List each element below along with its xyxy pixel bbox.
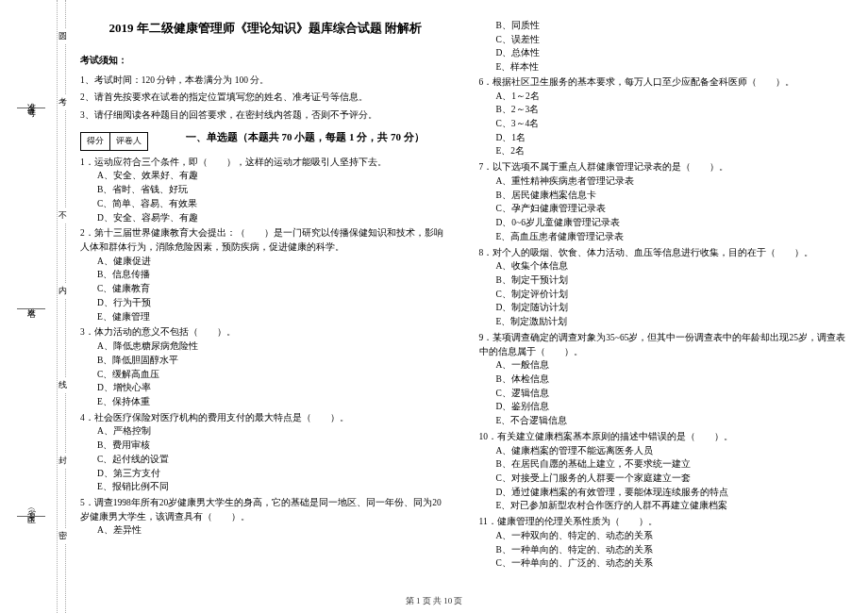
- option: B、费用审核: [80, 439, 451, 453]
- option: D、增快心率: [80, 381, 451, 395]
- option: D、第三方支付: [80, 467, 451, 481]
- option: E、高血压患者健康管理记录表: [479, 230, 850, 244]
- notice-item: 2、请首先按要求在试卷的指定位置填写您的姓名、准考证号等信息。: [80, 91, 451, 105]
- option: E、2名: [479, 144, 850, 158]
- option: A、收集个体信息: [479, 259, 850, 273]
- binding-labels: 准考证号 姓名 省（市区）: [8, 0, 55, 613]
- score-cell: 得分: [81, 133, 110, 150]
- option: D、鉴别信息: [479, 400, 850, 414]
- score-table: 得分 评卷人: [80, 132, 148, 151]
- option: C、起付线的设置: [80, 453, 451, 467]
- notice-heading: 考试须知：: [80, 53, 451, 68]
- section-heading: 一、单选题（本题共 70 小题，每题 1 分，共 70 分）: [159, 129, 451, 145]
- binding-label: 姓名: [25, 301, 38, 305]
- binding-dotted-line: [57, 0, 58, 613]
- option: B、制定干预计划: [479, 273, 850, 288]
- option: E、报销比例不同: [80, 480, 451, 494]
- option: A、一种双向的、特定的、动态的关系: [479, 529, 850, 543]
- option: B、同质性: [479, 19, 850, 33]
- option: D、通过健康档案的有效管理，要能体现连续服务的特点: [479, 486, 850, 500]
- option: A、健康档案的管理不能远离医务人员: [479, 444, 850, 458]
- option: B、信息传播: [80, 268, 451, 282]
- option: C、健康教育: [80, 282, 451, 296]
- option: A、差异性: [80, 523, 451, 538]
- option: D、制定随访计划: [479, 301, 850, 315]
- option: C、孕产妇健康管理记录表: [479, 202, 850, 216]
- option: C、误差性: [479, 33, 850, 47]
- question-7: 7．以下选项不属于重点人群健康管理记录表的是（ ）。 A、重性精神疾病患者管理记…: [479, 160, 850, 243]
- binding-field-name: 姓名: [17, 301, 45, 309]
- question-stem: 5．调查1998年所有20岁健康男大学生的身高，它的基础是同一地区、同一年份、同…: [80, 496, 451, 523]
- option: A、严格控制: [80, 424, 451, 439]
- seal-marker: 封: [58, 453, 67, 469]
- seal-marker: 线: [58, 377, 67, 393]
- exam-title: 2019 年二级健康管理师《理论知识》题库综合试题 附解析: [80, 19, 451, 38]
- option: A、健康促进: [80, 255, 451, 269]
- option: C、制定评价计划: [479, 288, 850, 302]
- option: D、0~6岁儿童健康管理记录表: [479, 216, 850, 230]
- question-stem: 11．健康管理的伦理关系性质为（ ）。: [479, 515, 850, 529]
- binding-field-province: 省（市区）: [17, 503, 45, 517]
- option: A、1～2名: [479, 90, 850, 104]
- binding-label: 省（市区）: [25, 503, 38, 512]
- option: C、缓解高血压: [80, 368, 451, 382]
- option: E、样本性: [479, 60, 850, 75]
- option: E、保持体重: [80, 395, 451, 409]
- option: B、体检信息: [479, 373, 850, 387]
- option: B、2～3名: [479, 103, 850, 117]
- question-stem: 6．根据社区卫生服务的基本要求，每万人口至少应配备全科医师（ ）。: [479, 75, 850, 90]
- question-5: 5．调查1998年所有20岁健康男大学生的身高，它的基础是同一地区、同一年份、同…: [80, 496, 451, 538]
- option: A、安全、效果好、有趣: [80, 169, 451, 183]
- binding-edge: 准考证号 姓名 省（市区）: [0, 0, 66, 613]
- seal-marker: 不: [58, 207, 67, 224]
- content-area: 2019 年二级健康管理师《理论知识》题库综合试题 附解析 考试须知： 1、考试…: [80, 19, 849, 585]
- question-6: 6．根据社区卫生服务的基本要求，每万人口至少应配备全科医师（ ）。 A、1～2名…: [479, 75, 850, 158]
- notice-item: 3、请仔细阅读各种题目的回答要求，在密封线内答题，否则不予评分。: [80, 108, 451, 123]
- option: C、简单、容易、有效果: [80, 197, 451, 211]
- option: D、安全、容易学、有趣: [80, 211, 451, 225]
- option: C、3～4名: [479, 117, 850, 131]
- notice-item: 1、考试时间：120 分钟，本卷满分为 100 分。: [80, 74, 451, 88]
- question-stem: 2．第十三届世界健康教育大会提出：（ ）是一门研究以传播保健知识和技术，影响人体…: [80, 226, 451, 254]
- seal-marker: 圆: [58, 28, 67, 44]
- option: A、一般信息: [479, 358, 850, 373]
- question-stem: 1．运动应符合三个条件，即（ ），这样的运动才能吸引人坚持下去。: [80, 156, 451, 170]
- option: C、逻辑信息: [479, 387, 850, 401]
- seal-marker: 内: [58, 283, 67, 299]
- question-stem: 9．某项调查确定的调查对象为35~65岁，但其中一份调查表中的年龄却出现25岁，…: [479, 331, 850, 358]
- page-footer: 第 1 页 共 10 页: [0, 595, 868, 607]
- question-1: 1．运动应符合三个条件，即（ ），这样的运动才能吸引人坚持下去。 A、安全、效果…: [80, 156, 451, 225]
- question-10: 10．有关建立健康档案基本原则的描述中错误的是（ ）。 A、健康档案的管理不能远…: [479, 430, 850, 513]
- question-stem: 10．有关建立健康档案基本原则的描述中错误的是（ ）。: [479, 430, 850, 444]
- question-stem: 8．对个人的吸烟、饮食、体力活动、血压等信息进行收集，目的在于（ ）。: [479, 246, 850, 260]
- option: C、对接受上门服务的人群要一个家庭建立一套: [479, 472, 850, 486]
- option: E、不合逻辑信息: [479, 414, 850, 428]
- question-stem: 7．以下选项不属于重点人群健康管理记录表的是（ ）。: [479, 160, 850, 174]
- option: A、降低患糖尿病危险性: [80, 340, 451, 354]
- binding-underline: [17, 516, 45, 517]
- binding-label: 准考证号: [25, 96, 38, 104]
- option: B、省时、省钱、好玩: [80, 183, 451, 197]
- question-9: 9．某项调查确定的调查对象为35~65岁，但其中一份调查表中的年龄却出现25岁，…: [479, 331, 850, 428]
- question-8: 8．对个人的吸烟、饮食、体力活动、血压等信息进行收集，目的在于（ ）。 A、收集…: [479, 246, 850, 329]
- option: A、重性精神疾病患者管理记录表: [479, 174, 850, 189]
- seal-marker: 考: [58, 94, 67, 110]
- option: B、一种单向的、特定的、动态的关系: [479, 543, 850, 557]
- option: E、健康管理: [80, 310, 451, 324]
- option: D、1名: [479, 131, 850, 145]
- binding-underline: [17, 108, 45, 108]
- question-stem: 3．体力活动的意义不包括（ ）。: [80, 325, 451, 340]
- question-2: 2．第十三届世界健康教育大会提出：（ ）是一门研究以传播保健知识和技术，影响人体…: [80, 226, 451, 323]
- question-stem: 4．社会医疗保险对医疗机构的费用支付的最大特点是（ ）。: [80, 411, 451, 425]
- question-3: 3．体力活动的意义不包括（ ）。 A、降低患糖尿病危险性 B、降低胆固醇水平 C…: [80, 325, 451, 408]
- option: B、降低胆固醇水平: [80, 354, 451, 368]
- option: D、行为干预: [80, 296, 451, 310]
- column-left: 2019 年二级健康管理师《理论知识》题库综合试题 附解析 考试须知： 1、考试…: [80, 19, 451, 585]
- question-11: 11．健康管理的伦理关系性质为（ ）。 A、一种双向的、特定的、动态的关系 B、…: [479, 515, 850, 571]
- seal-marker: 密: [58, 528, 67, 544]
- option: C、一种单向的、广泛的、动态的关系: [479, 556, 850, 571]
- option: D、总体性: [479, 46, 850, 60]
- option: B、居民健康档案信息卡: [479, 189, 850, 203]
- option: E、制定激励计划: [479, 315, 850, 329]
- option: E、对已参加新型农村合作医疗的人群不再建立健康档案: [479, 499, 850, 513]
